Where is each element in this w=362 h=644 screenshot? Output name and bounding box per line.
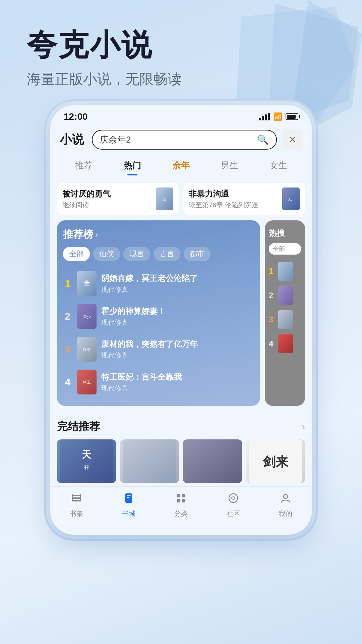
complete-cover-2[interactable]	[120, 439, 179, 483]
recommend-header: 推荐榜 ›	[63, 228, 254, 241]
recent-progress-1: 继续阅读	[62, 201, 152, 210]
svg-rect-23	[72, 495, 81, 496]
recent-title-1: 被讨厌的勇气	[62, 189, 152, 199]
book-name-4: 特工医妃：宫斗全靠我	[101, 372, 254, 382]
svg-text:天: 天	[81, 449, 92, 460]
filter-xianxia[interactable]: 仙侠	[93, 247, 120, 261]
recent-card-2[interactable]: 非暴力沟通 读至第76章 沦陷到沉迷 天开	[183, 183, 305, 215]
book-genre-2: 现代修真	[101, 318, 254, 327]
signal-icon	[259, 113, 270, 120]
svg-rect-28	[125, 493, 132, 503]
book-item-4[interactable]: 4 特工 特工医妃：宫斗全靠我 现代修真	[63, 366, 254, 398]
complete-cover-1[interactable]: 天 开	[57, 439, 116, 483]
complete-title: 完结推荐	[57, 419, 100, 434]
bottom-nav: 书架 书城	[50, 486, 312, 526]
status-time: 12:00	[64, 111, 88, 122]
tab-hot[interactable]: 热门	[108, 157, 157, 174]
svg-rect-24	[72, 497, 81, 499]
app-title: 小说	[60, 131, 86, 148]
profile-icon	[280, 492, 292, 507]
filter-xianyan[interactable]: 现言	[123, 247, 150, 261]
svg-rect-25	[72, 500, 81, 501]
hot-item-1[interactable]: 1	[269, 259, 301, 283]
book-info-2: 霍少的神算娇妻！ 现代修真	[101, 306, 254, 327]
recent-card-1[interactable]: 被讨厌的勇气 继续阅读 全	[57, 183, 179, 215]
svg-rect-34	[177, 499, 180, 502]
svg-text:特工: 特工	[83, 380, 91, 385]
complete-cover-4[interactable]: 剑来	[246, 439, 305, 483]
hot-item-3[interactable]: 3	[269, 308, 301, 332]
book-item-3[interactable]: 3 废材 废材的我，突然有了亿万年 现代修真	[63, 333, 254, 366]
svg-text:全: 全	[83, 280, 90, 286]
svg-text:霍少: 霍少	[83, 314, 91, 319]
complete-cover-3[interactable]	[183, 439, 242, 483]
promo-title: 夸克小说	[27, 27, 342, 63]
nav-categories-label: 分类	[174, 509, 188, 518]
tab-recommend[interactable]: 推荐	[60, 157, 108, 174]
nav-shelf-label: 书架	[70, 509, 83, 518]
hot-cover-3	[278, 310, 293, 329]
book-name-2: 霍少的神算娇妻！	[101, 306, 254, 317]
filter-guyan[interactable]: 古言	[154, 247, 180, 261]
book-info-1: 阴婚喜嫁，冥王老公沦陷了 现代修真	[101, 273, 254, 294]
svg-rect-27	[80, 494, 81, 501]
wifi-icon: 📶	[273, 112, 282, 121]
hot-item-2[interactable]: 2	[269, 283, 301, 308]
rank-2: 2	[63, 311, 72, 322]
complete-books: 天 开	[57, 439, 305, 483]
recent-progress-2: 读至第76章 沦陷到沉迷	[189, 201, 278, 210]
hot-item-4[interactable]: 4	[269, 332, 301, 356]
recent-title-2: 非暴力沟通	[189, 189, 278, 199]
close-button[interactable]: ✕	[282, 129, 302, 150]
nav-community[interactable]: 社区	[207, 492, 259, 518]
book-name-3: 废材的我，突然有了亿万年	[101, 339, 254, 350]
svg-rect-31	[127, 497, 129, 498]
nav-shelf[interactable]: 书架	[50, 492, 103, 518]
search-bar[interactable]: 庆余年2 🔍	[92, 130, 277, 150]
book-info-3: 废材的我，突然有了亿万年 现代修真	[101, 339, 254, 360]
svg-rect-35	[182, 499, 185, 502]
nav-profile[interactable]: 我的	[259, 492, 312, 518]
tab-female[interactable]: 女生	[254, 157, 302, 174]
shelf-icon	[70, 492, 82, 507]
tab-yuenian[interactable]: 余年	[157, 157, 205, 174]
promo-subtitle: 海量正版小说，无限畅读	[27, 70, 342, 89]
book-cover-4: 特工	[77, 370, 97, 394]
hot-filter-all[interactable]: 全部	[269, 243, 301, 255]
book-item-1[interactable]: 1 全 阴婚喜嫁，冥王老公沦陷了 现代修真	[63, 267, 254, 300]
svg-rect-16	[60, 439, 113, 483]
nav-bookstore-label: 书城	[122, 509, 135, 518]
book-item-2[interactable]: 2 霍少 霍少的神算娇妻！ 现代修真	[63, 300, 254, 333]
filter-all[interactable]: 全部	[63, 247, 90, 261]
recent-reads: 被讨厌的勇气 继续阅读 全 非暴力沟通 读至第76章 沦陷到沉迷	[50, 179, 312, 220]
hot-cover-4	[278, 334, 293, 353]
nav-categories[interactable]: 分类	[155, 492, 207, 518]
search-icon[interactable]: 🔍	[257, 134, 269, 145]
status-bar: 12:00 📶	[50, 105, 312, 125]
filter-dushi[interactable]: 都市	[184, 247, 210, 261]
nav-bookstore[interactable]: 书城	[103, 492, 155, 518]
book-name-1: 阴婚喜嫁，冥王老公沦陷了	[101, 273, 254, 284]
svg-rect-20	[186, 439, 239, 483]
svg-rect-19	[123, 439, 176, 483]
rank-3: 3	[63, 343, 72, 355]
svg-rect-14	[278, 310, 293, 329]
main-content: 推荐榜 › 全部 仙侠 现言 古言 都市 1	[50, 220, 312, 413]
recommend-title: 推荐榜	[63, 228, 93, 241]
recommend-section: 推荐榜 › 全部 仙侠 现言 古言 都市 1	[57, 220, 260, 406]
hot-rank-3: 3	[269, 315, 276, 324]
recent-cover-1: 全	[156, 187, 173, 210]
book-genre-1: 现代修真	[101, 285, 254, 294]
svg-point-37	[284, 494, 288, 498]
complete-arrow[interactable]: ›	[302, 421, 305, 432]
grid-icon	[175, 492, 187, 507]
svg-point-36	[229, 494, 238, 502]
hot-cover-2	[278, 286, 293, 305]
nav-community-label: 社区	[227, 509, 240, 518]
tab-male[interactable]: 男生	[205, 157, 254, 174]
status-icons: 📶	[259, 112, 298, 121]
search-text: 庆余年2	[100, 134, 254, 146]
hot-cover-1	[278, 262, 293, 281]
recommend-arrow[interactable]: ›	[95, 230, 98, 239]
book-icon	[123, 492, 135, 507]
